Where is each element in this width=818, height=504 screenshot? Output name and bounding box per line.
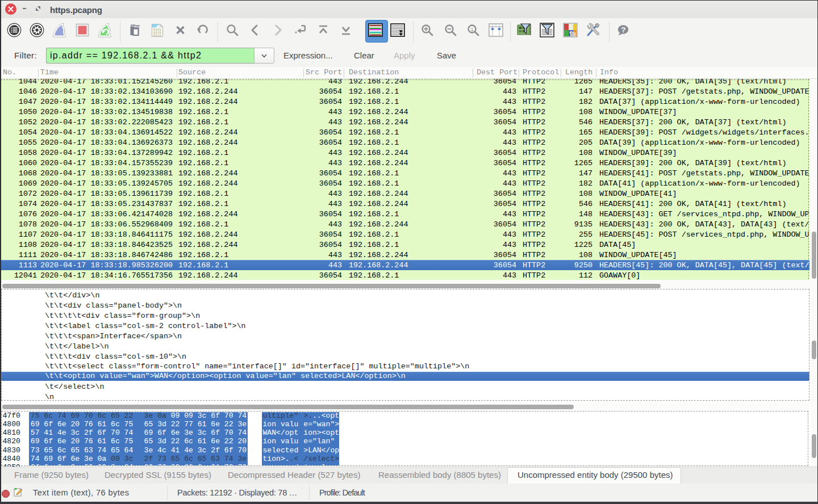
svg-text:0111: 0111: [153, 33, 161, 37]
svg-text:?: ?: [621, 26, 625, 34]
svg-text:1: 1: [471, 27, 474, 32]
